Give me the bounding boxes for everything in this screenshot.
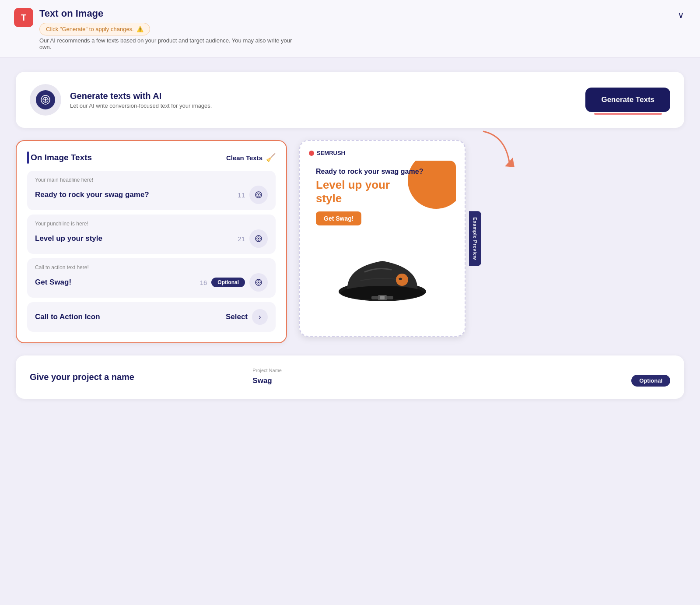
cta-text-value[interactable]: Get Swag! — [35, 278, 71, 287]
clean-texts-label: Clean Texts — [226, 154, 262, 162]
on-image-texts-panel: On Image Texts Clean Texts 🧹 Your main h… — [16, 140, 287, 343]
header-title: Text on Image — [39, 8, 302, 19]
preview-cta-button[interactable]: Get Swag! — [316, 211, 361, 225]
header-badge: Click "Generate" to apply changes. ⚠️ — [39, 23, 150, 35]
punchline-right: 21 — [238, 229, 268, 248]
punchline-content: Level up your style 21 — [35, 229, 268, 248]
svg-point-10 — [258, 282, 259, 283]
arrow-decoration — [479, 127, 514, 179]
cta-icon-row: Call to Action Icon Select › — [27, 302, 276, 332]
headline-content: Ready to rock your swag game? 11 — [35, 186, 268, 204]
preview-brand: SEMRUSH — [309, 150, 456, 156]
ai-icon-wrap — [30, 84, 61, 116]
project-section: Give your project a name Project Name Op… — [16, 355, 684, 399]
ai-card-title: Generate texts with AI — [70, 91, 212, 101]
panel-title: On Image Texts — [31, 153, 92, 162]
brain-icon — [39, 94, 52, 106]
brand-name: SEMRUSH — [317, 150, 345, 156]
panel-header: On Image Texts Clean Texts 🧹 — [27, 151, 276, 164]
warning-icon: ⚠️ — [136, 26, 144, 32]
preview-content: Ready to rock your swag game? Level up y… — [309, 161, 456, 232]
svg-point-3 — [45, 99, 46, 101]
cta-optional-badge: Optional — [211, 278, 245, 287]
arrow-icon — [479, 127, 518, 175]
ai-icon-inner — [36, 90, 55, 109]
headline-right: 11 — [238, 186, 268, 204]
punchline-regen-button[interactable] — [249, 229, 268, 248]
cta-select-label: Select — [226, 313, 248, 321]
header-section: T Text on Image Click "Generate" to appl… — [0, 0, 700, 58]
punchline-row: Your punchline is here! Level up your st… — [27, 215, 276, 254]
bottom-section: On Image Texts Clean Texts 🧹 Your main h… — [16, 140, 684, 343]
cta-regen-button[interactable] — [249, 273, 268, 292]
right-panel: SEMRUSH Ready to rock your swag game? Le… — [299, 140, 466, 337]
punchline-label: Your punchline is here! — [35, 221, 268, 227]
punchline-value[interactable]: Level up your style — [35, 234, 102, 243]
headline-row: Your main headline here! Ready to rock y… — [27, 171, 276, 210]
preview-punchline: Level up yourstyle — [316, 178, 449, 205]
cta-icon-right: Select › — [226, 309, 268, 325]
ai-card-left: Generate texts with AI Let our AI write … — [30, 84, 212, 116]
svg-point-8 — [258, 238, 259, 239]
cta-text-content: Get Swag! 16 Optional — [35, 273, 268, 292]
generate-texts-button[interactable]: Generate Texts — [585, 88, 670, 112]
badge-text: Click "Generate" to apply changes. — [46, 26, 134, 32]
ai-generate-card: Generate texts with AI Let our AI write … — [16, 72, 684, 128]
brand-dot — [309, 151, 314, 156]
left-panel: On Image Texts Clean Texts 🧹 Your main h… — [16, 140, 287, 343]
brain-small-icon — [254, 190, 263, 199]
cta-icon-label: Call to Action Icon — [35, 313, 100, 321]
project-input-row: Optional — [252, 375, 670, 387]
header-text: Text on Image Click "Generate" to apply … — [39, 8, 302, 50]
collapse-chevron-icon[interactable]: ∨ — [676, 8, 686, 22]
headline-value[interactable]: Ready to rock your swag game? — [35, 190, 149, 199]
project-input-label: Project Name — [252, 368, 670, 373]
headline-regen-button[interactable] — [249, 186, 268, 204]
ai-card-subtitle: Let our AI write conversion-focused text… — [70, 102, 212, 109]
project-input-wrap: Project Name Optional — [252, 368, 670, 387]
main-content: Generate texts with AI Let our AI write … — [0, 58, 700, 413]
punchline-char-count: 21 — [238, 235, 245, 243]
headline-char-count: 11 — [238, 191, 245, 199]
project-optional-badge: Optional — [631, 375, 670, 387]
brain-small-icon-2 — [254, 234, 263, 243]
example-preview-tab: Example Preview — [469, 211, 481, 266]
preview-headline: Ready to rock your swag game? — [316, 168, 449, 176]
panel-title-bar — [27, 151, 29, 164]
project-section-title: Give your project a name — [30, 372, 238, 382]
svg-point-6 — [258, 194, 259, 196]
svg-point-13 — [396, 274, 408, 286]
cta-text-label: Call to action text here! — [35, 264, 268, 271]
project-name-input[interactable] — [252, 376, 626, 385]
svg-rect-16 — [380, 296, 385, 299]
ai-card-text: Generate texts with AI Let our AI write … — [70, 91, 212, 109]
clean-icon: 🧹 — [266, 153, 276, 162]
brain-small-icon-3 — [254, 278, 263, 287]
text-on-image-icon: T — [14, 8, 33, 27]
cta-icon-select-button[interactable]: › — [252, 309, 268, 325]
product-image — [309, 232, 456, 311]
headline-label: Your main headline here! — [35, 177, 268, 183]
header-subtitle: Our AI recommends a few texts based on y… — [39, 37, 302, 50]
svg-marker-4 — [505, 158, 514, 167]
cta-char-count: 16 — [200, 279, 207, 286]
cta-text-right: 16 Optional — [200, 273, 268, 292]
header-left: T Text on Image Click "Generate" to appl… — [14, 8, 302, 50]
cta-text-row: Call to action text here! Get Swag! 16 O… — [27, 258, 276, 298]
clean-texts-button[interactable]: Clean Texts 🧹 — [226, 153, 276, 162]
preview-card: SEMRUSH Ready to rock your swag game? Le… — [299, 140, 466, 337]
preview-inner: Ready to rock your swag game? Level up y… — [309, 161, 456, 327]
hat-svg — [334, 241, 430, 307]
